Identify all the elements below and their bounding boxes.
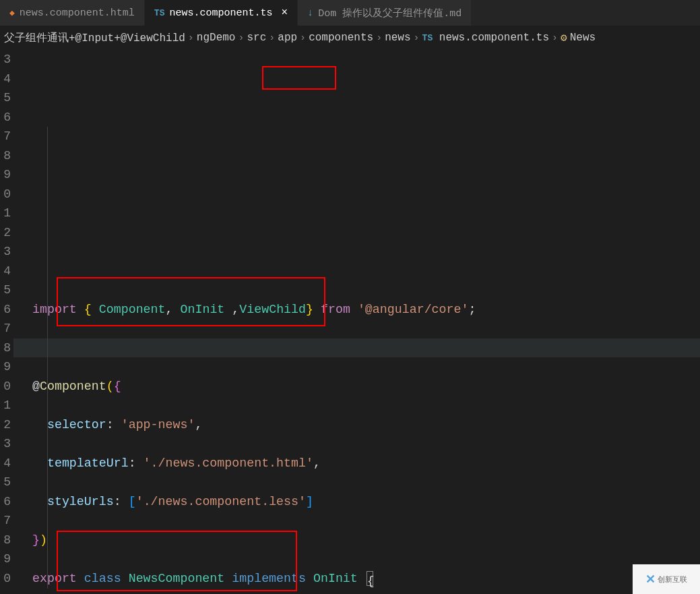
class-symbol-icon: ⚙	[561, 31, 567, 44]
tab-label: news.component.html	[20, 7, 135, 19]
code-line	[32, 262, 700, 281]
chevron-right-icon: ›	[552, 32, 558, 44]
code-content[interactable]: import { Component, OnInit ,ViewChild} f…	[13, 50, 700, 594]
breadcrumb-part[interactable]: components	[309, 32, 373, 44]
html-file-icon: ◆	[9, 7, 15, 18]
editor-area[interactable]: 3456789012345678901234567890 import { Co…	[0, 50, 700, 594]
code-line: selector: 'app-news',	[32, 415, 700, 435]
highlight-box-viewchild	[262, 66, 336, 90]
tab-news-html[interactable]: ◆ news.component.html	[0, 0, 145, 26]
md-file-icon: ↓	[307, 7, 313, 19]
code-line	[32, 338, 700, 358]
editor-tabs: ◆ news.component.html TS news.component.…	[0, 0, 700, 26]
ts-file-icon: TS	[422, 33, 433, 43]
tab-dom-md[interactable]: ↓ Dom 操作以及父子组件传值.md	[298, 0, 472, 26]
tab-label: news.component.ts	[169, 7, 272, 19]
code-line: @Component({	[32, 377, 700, 396]
chevron-right-icon: ›	[188, 32, 194, 44]
breadcrumb-part[interactable]: news	[385, 32, 410, 44]
code-line: styleUrls: ['./news.component.less']	[32, 492, 700, 512]
breadcrumb-part[interactable]: News	[570, 32, 596, 44]
code-line: export class NewsComponent implements On…	[32, 569, 700, 589]
code-line: })	[32, 531, 700, 550]
breadcrumb-part[interactable]: ngDemo	[197, 32, 236, 44]
chevron-right-icon: ›	[269, 32, 275, 44]
chevron-right-icon: ›	[238, 32, 244, 44]
chevron-right-icon: ›	[414, 32, 420, 44]
breadcrumb-part[interactable]: app	[278, 32, 297, 44]
bracket-cursor: {	[367, 571, 373, 586]
breadcrumb[interactable]: 父子组件通讯+@Input+@ViewChild› ngDemo› src› a…	[0, 26, 700, 50]
line-gutter: 3456789012345678901234567890	[0, 50, 13, 594]
chevron-right-icon: ›	[376, 32, 382, 44]
code-line: import { Component, OnInit ,ViewChild} f…	[32, 300, 700, 320]
tab-label: Dom 操作以及父子组件传值.md	[318, 7, 462, 20]
chevron-right-icon: ›	[300, 32, 306, 44]
breadcrumb-part[interactable]: news.component.ts	[439, 32, 549, 44]
breadcrumb-part[interactable]: src	[247, 32, 266, 44]
code-line: templateUrl: './news.component.html',	[32, 454, 700, 473]
breadcrumb-part[interactable]: 父子组件通讯+@Input+@ViewChild	[4, 31, 185, 45]
tab-news-ts[interactable]: TS news.component.ts ×	[145, 0, 298, 26]
ts-file-icon: TS	[154, 8, 165, 18]
close-icon[interactable]: ×	[282, 7, 288, 19]
